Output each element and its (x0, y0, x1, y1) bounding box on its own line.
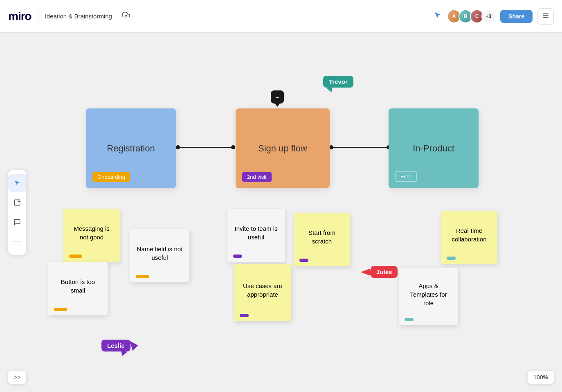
header-right: A B C +3 Share (433, 8, 554, 25)
cursor-jules: Jules (371, 266, 398, 278)
sticky-name-field-tag (136, 275, 149, 278)
svg-point-6 (231, 145, 235, 149)
header: miro Ideation & Brainstorming A B C +3 (0, 0, 562, 33)
miro-logo: miro (8, 10, 31, 23)
notes-button[interactable] (537, 8, 554, 25)
leslie-cursor-arrow (129, 340, 140, 351)
sticky-start-scratch-text: Start from scratch (299, 228, 344, 246)
sticky-start-scratch-tag (299, 259, 308, 262)
cursor-trevor: Trevor (323, 76, 353, 88)
signup-title: Sign up flow (244, 143, 321, 154)
avatars-group[interactable]: A B C +3 (447, 9, 495, 23)
sticky-messaging[interactable]: Messaging is not good (63, 209, 120, 262)
flow-node-registration[interactable]: Registration Onboarding (86, 108, 176, 188)
sticky-apps-templates[interactable]: Apps & Templates for role (399, 268, 458, 325)
comment-bubble[interactable]: = (271, 90, 284, 104)
sticky-name-field[interactable]: Name field is not useful (130, 229, 189, 282)
sticky-real-collab-tag (447, 257, 456, 260)
sticky-use-cases-tag (240, 314, 249, 317)
sticky-button-small-tag (54, 308, 67, 311)
sticky-invite-team-text: Invite to team is useful (233, 224, 279, 241)
sticky-messaging-text: Messaging is not good (69, 224, 114, 241)
sticky-invite-team-tag (233, 255, 242, 258)
board-title[interactable]: Ideation & Brainstorming (45, 13, 112, 20)
sticky-real-collab[interactable]: Real-time collaboration (441, 211, 497, 264)
cursor-jules-group: Jules (359, 266, 398, 278)
signup-badge: 2nd visit (242, 172, 272, 182)
select-tool-button[interactable] (8, 174, 26, 192)
svg-marker-11 (129, 340, 138, 350)
canvas[interactable]: Trevor Registration Onboarding = Sign up… (0, 33, 562, 392)
sticky-apps-templates-text: Apps & Templates for role (405, 282, 452, 307)
collaborator-cursor-icon (433, 11, 442, 22)
cursor-leslie: Leslie (101, 340, 130, 351)
more-tools-button[interactable]: ··· (8, 233, 26, 251)
header-divider (38, 11, 38, 22)
upload-button[interactable] (119, 9, 133, 23)
registration-title: Registration (94, 143, 168, 154)
sticky-invite-team[interactable]: Invite to team is useful (227, 209, 285, 262)
sticky-messaging-tag (69, 255, 82, 258)
zoom-indicator: 100% (528, 371, 554, 384)
svg-point-5 (176, 145, 180, 149)
avatar-count[interactable]: +3 (481, 9, 495, 23)
sticky-start-scratch[interactable]: Start from scratch (294, 213, 350, 266)
cursor-leslie-group: Leslie (101, 340, 140, 351)
share-button[interactable]: Share (500, 10, 533, 23)
inproduct-title: In-Product (397, 143, 470, 154)
flow-node-signup[interactable]: = Sign up flow 2nd visit (236, 108, 330, 188)
left-toolbar: ··· (8, 170, 26, 255)
sticky-use-cases[interactable]: Use cases are appropriate (234, 264, 291, 321)
sticky-name-field-text: Name field is not useful (136, 245, 184, 262)
flow-node-inproduct[interactable]: In-Product Free (389, 108, 479, 188)
svg-rect-12 (14, 200, 20, 205)
sticky-apps-templates-tag (405, 318, 414, 321)
comment-tool-button[interactable] (8, 213, 26, 231)
registration-badge: Onboarding (92, 172, 130, 182)
sticky-use-cases-text: Use cases are appropriate (240, 282, 285, 299)
sticky-button-small[interactable]: Button is too small (48, 262, 108, 315)
inproduct-badge: Free (395, 171, 417, 182)
sticky-button-small-text: Button is too small (54, 277, 102, 295)
sticky-tool-button[interactable] (8, 194, 26, 212)
expand-panel-button[interactable]: >> (8, 371, 26, 384)
sticky-real-collab-text: Real-time collaboration (447, 226, 492, 243)
svg-point-8 (329, 145, 333, 149)
